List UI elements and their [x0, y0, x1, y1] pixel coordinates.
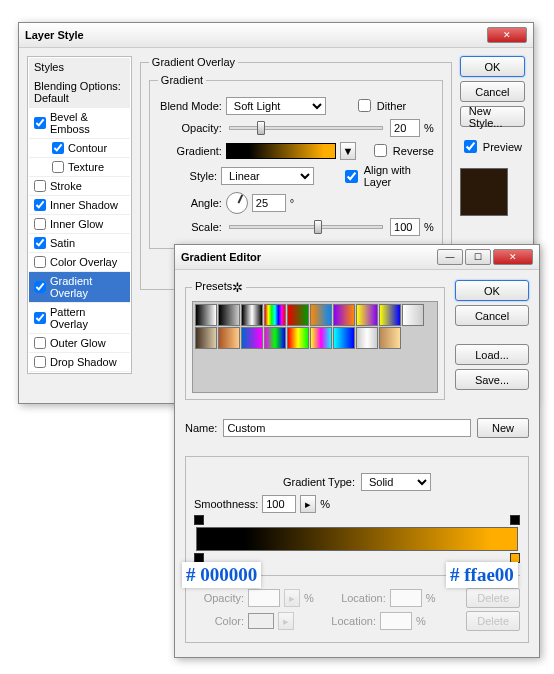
style-item[interactable]: Color Overlay — [29, 253, 130, 272]
name-label: Name: — [185, 422, 217, 434]
stop-color-swatch — [248, 613, 274, 629]
presets-grid — [192, 301, 438, 393]
angle-label: Angle: — [158, 197, 222, 209]
angle-input[interactable] — [252, 194, 286, 212]
blending-options-header[interactable]: Blending Options: Default — [29, 77, 130, 108]
name-input[interactable] — [223, 419, 471, 437]
style-item[interactable]: Inner Glow — [29, 215, 130, 234]
preset-swatch[interactable] — [310, 327, 332, 349]
stop-opacity-input — [248, 589, 280, 607]
style-item[interactable]: Stroke — [29, 177, 130, 196]
hex-annotation-left: # 000000 — [182, 562, 261, 588]
scale-input[interactable] — [390, 218, 420, 236]
titlebar: Layer Style ✕ — [19, 23, 533, 48]
reverse-checkbox[interactable]: Reverse — [370, 141, 434, 160]
minimize-icon[interactable]: — — [437, 249, 463, 265]
opacity-slider[interactable] — [229, 126, 383, 130]
dither-checkbox[interactable]: Dither — [354, 96, 406, 115]
delete-button: Delete — [466, 588, 520, 608]
presets-legend: Presets ✲ — [192, 280, 246, 295]
style-item[interactable]: Pattern Overlay — [29, 303, 130, 334]
close-icon[interactable]: ✕ — [487, 27, 527, 43]
preset-swatch[interactable] — [379, 304, 401, 326]
preset-swatch[interactable] — [241, 304, 263, 326]
preset-swatch[interactable] — [241, 327, 263, 349]
styles-panel: Styles Blending Options: Default Bevel &… — [27, 56, 132, 374]
maximize-icon[interactable]: ☐ — [465, 249, 491, 265]
gradient-type-label: Gradient Type: — [283, 476, 355, 488]
style-item[interactable]: Inner Shadow — [29, 196, 130, 215]
stop-location-label: Location: — [336, 592, 386, 604]
load-button[interactable]: Load... — [455, 344, 529, 365]
style-item[interactable]: Bevel & Emboss — [29, 108, 130, 139]
opacity-stop[interactable] — [194, 515, 204, 525]
preset-swatch[interactable] — [195, 327, 217, 349]
preset-swatch[interactable] — [310, 304, 332, 326]
preset-swatch[interactable] — [356, 304, 378, 326]
stop-opacity-label: Opacity: — [194, 592, 244, 604]
delete-button: Delete — [466, 611, 520, 631]
gradient-label: Gradient: — [158, 145, 222, 157]
gradient-dropdown-icon[interactable]: ▼ — [340, 142, 356, 160]
new-button[interactable]: New — [477, 418, 529, 438]
preset-swatch[interactable] — [287, 327, 309, 349]
dialog-title: Layer Style — [25, 29, 485, 41]
opacity-label: Opacity: — [158, 122, 222, 134]
blend-mode-select[interactable]: Soft Light — [226, 97, 326, 115]
style-item[interactable]: Satin — [29, 234, 130, 253]
preview-swatch — [460, 168, 508, 216]
stop-location-label: Location: — [326, 615, 376, 627]
titlebar: Gradient Editor — ☐ ✕ — [175, 245, 539, 270]
chevron-right-icon: ▸ — [284, 589, 300, 607]
gradient-type-select[interactable]: Solid — [361, 473, 431, 491]
stop-location-input — [390, 589, 422, 607]
preset-swatch[interactable] — [333, 304, 355, 326]
ok-button[interactable]: OK — [455, 280, 529, 301]
stop-location-input — [380, 612, 412, 630]
preview-checkbox[interactable]: Preview — [460, 137, 525, 156]
cancel-button[interactable]: Cancel — [460, 81, 525, 102]
style-select[interactable]: Linear — [221, 167, 314, 185]
opacity-input[interactable] — [390, 119, 420, 137]
preset-swatch[interactable] — [356, 327, 378, 349]
gradient-bar[interactable] — [196, 527, 518, 551]
save-button[interactable]: Save... — [455, 369, 529, 390]
style-label: Style: — [158, 170, 217, 182]
style-item[interactable]: Gradient Overlay — [29, 272, 130, 303]
gear-icon[interactable]: ✲ — [232, 280, 243, 295]
preset-swatch[interactable] — [333, 327, 355, 349]
chevron-right-icon[interactable]: ▸ — [300, 495, 316, 513]
chevron-right-icon: ▸ — [278, 612, 294, 630]
close-icon[interactable]: ✕ — [493, 249, 533, 265]
inner-legend: Gradient — [158, 74, 206, 86]
styles-header[interactable]: Styles — [29, 58, 130, 77]
angle-dial[interactable] — [226, 192, 248, 214]
smoothness-label: Smoothness: — [194, 498, 258, 510]
gradient-preview[interactable] — [226, 143, 336, 159]
preset-swatch[interactable] — [218, 327, 240, 349]
style-item[interactable]: Texture — [29, 158, 130, 177]
preset-swatch[interactable] — [218, 304, 240, 326]
preset-swatch[interactable] — [379, 327, 401, 349]
preset-swatch[interactable] — [264, 304, 286, 326]
style-item[interactable]: Drop Shadow — [29, 353, 130, 372]
scale-slider[interactable] — [229, 225, 383, 229]
cancel-button[interactable]: Cancel — [455, 305, 529, 326]
new-style-button[interactable]: New Style... — [460, 106, 525, 127]
hex-annotation-right: # ffae00 — [446, 562, 518, 588]
style-item[interactable]: Contour — [29, 139, 130, 158]
preset-swatch[interactable] — [402, 304, 424, 326]
preset-swatch[interactable] — [287, 304, 309, 326]
ok-button[interactable]: OK — [460, 56, 525, 77]
align-checkbox[interactable]: Align with Layer — [341, 164, 434, 188]
style-item[interactable]: Outer Glow — [29, 334, 130, 353]
smoothness-input[interactable] — [262, 495, 296, 513]
blend-mode-label: Blend Mode: — [158, 100, 222, 112]
preset-swatch[interactable] — [195, 304, 217, 326]
stop-color-label: Color: — [194, 615, 244, 627]
preset-swatch[interactable] — [264, 327, 286, 349]
scale-label: Scale: — [158, 221, 222, 233]
fieldset-legend: Gradient Overlay — [149, 56, 238, 68]
opacity-stop[interactable] — [510, 515, 520, 525]
gradient-editor-dialog: Gradient Editor — ☐ ✕ Presets ✲ OK Cance… — [174, 244, 540, 658]
